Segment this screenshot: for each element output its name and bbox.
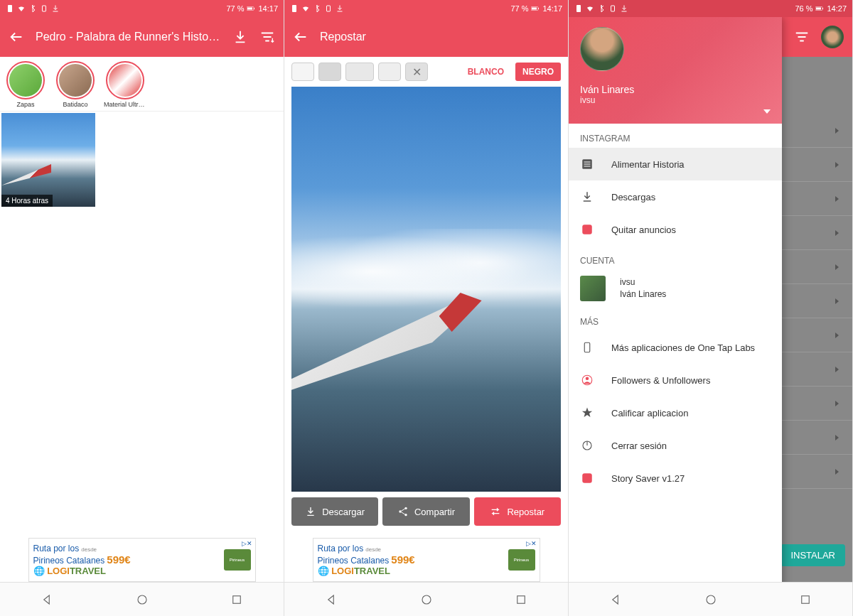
svg-rect-4 — [254, 8, 254, 9]
drawer-item-downloads[interactable]: Descargas — [569, 180, 782, 213]
svg-rect-21 — [822, 8, 823, 9]
drawer-item-logout[interactable]: Cerrar sesión — [569, 429, 782, 462]
screen-drawer: INSTALAR 76 % 14:27 Iván Linares ivsu IN… — [569, 0, 853, 616]
position-option[interactable] — [291, 63, 314, 81]
avatar — [821, 26, 844, 48]
ad-banner[interactable]: Ruta por los desde Pirineos Catalanes 59… — [313, 538, 540, 582]
account-fullname: Iván Linares — [620, 288, 666, 301]
app-icon — [580, 222, 594, 237]
vibrate-icon — [324, 4, 333, 13]
download-icon — [580, 190, 594, 204]
story-thumbnail[interactable]: 4 Horas atras — [1, 113, 95, 207]
section-header: CUENTA — [569, 246, 782, 270]
app-icon — [580, 471, 594, 485]
drawer-header[interactable]: Iván Linares ivsu — [569, 17, 782, 124]
status-bar: 77 % 14:17 — [284, 0, 568, 17]
feed-icon — [580, 157, 594, 171]
back-icon[interactable] — [9, 29, 24, 45]
drawer-account-item[interactable]: ivsu Iván Linares — [569, 270, 782, 307]
section-header: INSTAGRAM — [569, 124, 782, 148]
svg-rect-28 — [582, 473, 592, 483]
drawer-item-feed[interactable]: Alimentar Historia — [569, 148, 782, 180]
user-name: Iván Linares — [580, 84, 771, 95]
chevron-down-icon[interactable] — [763, 109, 771, 114]
thumbnail-time: 4 Horas atras — [1, 195, 53, 207]
nav-back-icon[interactable] — [610, 593, 623, 606]
page-title: Pedro - Palabra de Runner's Historias — [36, 31, 221, 43]
story-highlight[interactable]: Zapas — [3, 61, 48, 108]
wifi-icon — [586, 4, 594, 13]
share-icon — [397, 506, 409, 517]
battery-icon — [815, 4, 824, 13]
download-button[interactable]: Descargar — [291, 497, 378, 526]
story-label: Zapas — [16, 101, 34, 108]
download-icon — [620, 4, 628, 13]
drawer-item-followers[interactable]: Followers & Unfollowers — [569, 364, 782, 396]
svg-rect-0 — [8, 5, 12, 12]
position-option[interactable] — [318, 63, 341, 81]
share-button[interactable]: Compartir — [382, 497, 469, 526]
story-preview — [291, 87, 561, 492]
svg-rect-30 — [801, 595, 809, 603]
nav-recent-icon[interactable] — [799, 593, 812, 606]
ad-sublogo: Pirineus — [508, 549, 535, 571]
user-icon — [580, 373, 594, 387]
toolbar: Repostar — [284, 17, 568, 57]
download-icon — [305, 506, 316, 517]
back-icon[interactable] — [293, 29, 309, 45]
nav-home-icon[interactable] — [704, 593, 717, 606]
install-button[interactable]: INSTALAR — [780, 544, 845, 566]
download-icon — [51, 4, 60, 13]
stories-row: Zapas Batidaco Material Ultram — [0, 57, 284, 112]
svg-rect-11 — [538, 8, 539, 9]
ad-choices-icon[interactable]: ▷✕ — [242, 540, 252, 547]
sort-icon[interactable] — [259, 29, 275, 45]
ad-choices-icon[interactable]: ▷✕ — [526, 540, 537, 547]
status-bar: 76 % 14:27 — [569, 0, 852, 17]
clock: 14:27 — [827, 4, 847, 13]
svg-point-13 — [404, 507, 407, 509]
nav-home-icon[interactable] — [420, 593, 433, 606]
bluetooth-icon — [28, 4, 37, 13]
download-all-icon[interactable] — [232, 29, 248, 45]
color-black-button[interactable]: NEGRO — [515, 63, 561, 81]
avatar — [580, 27, 624, 71]
nav-recent-icon[interactable] — [515, 593, 527, 606]
nav-back-icon[interactable] — [41, 593, 54, 606]
svg-point-26 — [586, 377, 589, 381]
svg-rect-6 — [232, 595, 240, 603]
story-highlight[interactable]: Batidaco — [53, 61, 98, 108]
repost-icon — [490, 506, 501, 517]
drawer-item-version[interactable]: Story Saver v1.27 — [569, 462, 782, 495]
clock: 14:17 — [258, 4, 278, 13]
repost-button[interactable]: Repostar — [474, 497, 561, 526]
ad-banner[interactable]: Ruta por los desde Pirineos Catalanes 59… — [28, 538, 256, 582]
vibrate-icon — [40, 4, 48, 13]
nav-recent-icon[interactable] — [230, 593, 243, 606]
android-navbar — [0, 582, 284, 616]
story-highlight[interactable]: Material Ultram — [102, 61, 148, 108]
sim-icon — [290, 4, 299, 13]
android-navbar — [569, 582, 852, 616]
toolbar: Pedro - Palabra de Runner's Historias — [0, 17, 284, 57]
position-option[interactable] — [345, 63, 374, 81]
drawer-item-remove-ads[interactable]: Quitar anuncios — [569, 213, 782, 246]
position-none[interactable]: ✕ — [405, 63, 428, 81]
position-option[interactable] — [378, 63, 401, 81]
story-grid: 4 Horas atras — [0, 112, 284, 208]
vibrate-icon — [608, 4, 617, 13]
battery-percent: 77 % — [510, 4, 528, 13]
drawer-item-rate[interactable]: Calificar aplicacion — [569, 396, 782, 429]
battery-icon — [247, 4, 255, 13]
svg-point-14 — [404, 514, 407, 516]
android-navbar — [284, 582, 568, 616]
action-row: Descargar Compartir Repostar — [284, 492, 568, 531]
nav-back-icon[interactable] — [326, 593, 338, 606]
screen-repost: 77 % 14:17 Repostar ✕ BLANCO NEGRO Desca… — [284, 0, 569, 616]
bluetooth-icon — [313, 4, 321, 13]
nav-home-icon[interactable] — [136, 593, 149, 606]
drawer-item-more-apps[interactable]: Más aplicaciones de One Tap Labs — [569, 331, 782, 364]
svg-rect-1 — [43, 6, 46, 11]
battery-percent: 76 % — [795, 4, 812, 13]
color-white-button[interactable]: BLANCO — [461, 63, 511, 81]
